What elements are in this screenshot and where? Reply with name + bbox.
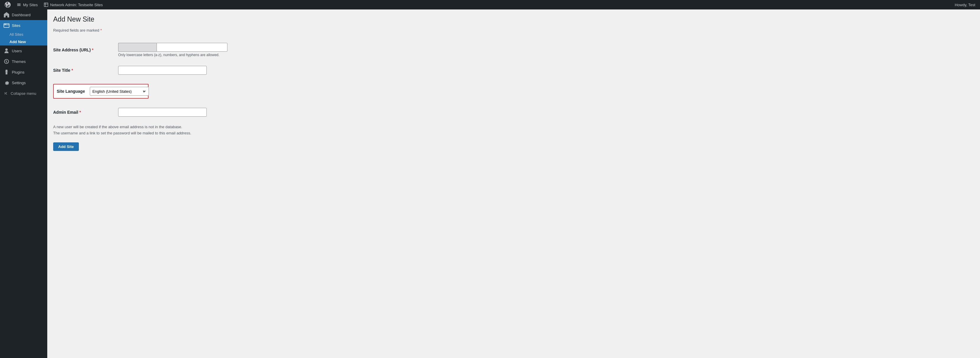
site-title-label: Site Title * <box>53 68 73 73</box>
svg-point-2 <box>5 24 5 24</box>
network-admin-button[interactable]: Network Admin: Testseite Sites <box>41 0 105 10</box>
sidebar-item-themes[interactable]: Themes <box>0 56 47 67</box>
admin-email-label: Admin Email * <box>53 110 81 115</box>
site-title-row: Site Title * <box>53 61 319 79</box>
admin-email-row: Admin Email * <box>53 103 319 121</box>
site-address-label: Site Address (URL) * <box>53 48 93 52</box>
sidebar-plugins-label: Plugins <box>12 70 24 75</box>
sidebar-item-users[interactable]: Users <box>0 46 47 56</box>
page-title: Add New Site <box>53 15 319 23</box>
sidebar-subitem-add-new[interactable]: Add New <box>0 38 47 46</box>
sidebar: Dashboard Sites All Sites <box>0 10 47 358</box>
network-admin-label: Network Admin: Testseite Sites <box>50 3 103 7</box>
site-address-input[interactable] <box>156 43 228 52</box>
svg-point-3 <box>6 24 6 24</box>
main-content: Add New Site Required fields are marked … <box>47 10 980 358</box>
site-address-note: Only lowercase letters (a-z), numbers, a… <box>118 53 319 57</box>
collapse-menu-button[interactable]: Collapse menu <box>0 88 47 99</box>
sidebar-sites-label: Sites <box>12 23 21 28</box>
site-language-label: Site Language <box>57 89 85 94</box>
sidebar-item-sites[interactable]: Sites All Sites Add New <box>0 20 47 46</box>
sidebar-settings-label: Settings <box>12 81 26 85</box>
sidebar-dashboard-label: Dashboard <box>12 13 31 17</box>
site-title-input[interactable] <box>118 66 207 75</box>
admin-bar: My Sites Network Admin: Testseite Sites … <box>0 0 980 10</box>
sidebar-item-plugins[interactable]: Plugins <box>0 67 47 77</box>
site-language-highlight-wrap: Site Language English (United States) ▾ <box>53 84 149 99</box>
admin-email-input[interactable] <box>118 108 207 117</box>
sidebar-themes-label: Themes <box>12 59 26 64</box>
collapse-menu-label: Collapse menu <box>11 91 36 96</box>
site-address-row: Site Address (URL) * Only lowercase lett… <box>53 38 319 61</box>
my-sites-button[interactable]: My Sites <box>14 0 40 10</box>
sidebar-users-label: Users <box>12 49 22 53</box>
svg-rect-0 <box>44 3 48 7</box>
sidebar-item-settings[interactable]: Settings <box>0 77 47 88</box>
sidebar-item-dashboard[interactable]: Dashboard <box>0 10 47 20</box>
info-text: A new user will be created if the above … <box>53 124 319 137</box>
all-sites-label: All Sites <box>10 32 23 37</box>
url-prefix <box>118 43 156 52</box>
site-language-select[interactable]: English (United States) <box>90 87 149 96</box>
sidebar-subitem-all-sites[interactable]: All Sites <box>0 31 47 38</box>
wp-logo-button[interactable] <box>2 0 13 10</box>
add-site-button[interactable]: Add Site <box>53 142 79 151</box>
howdy-label[interactable]: Howdy, Test <box>952 0 978 10</box>
site-language-row: Site Language English (United States) ▾ <box>53 79 319 103</box>
add-new-label: Add New <box>10 40 26 44</box>
required-note: Required fields are marked * <box>53 28 319 32</box>
add-site-form: Site Address (URL) * Only lowercase lett… <box>53 38 319 121</box>
my-sites-label: My Sites <box>23 3 38 7</box>
